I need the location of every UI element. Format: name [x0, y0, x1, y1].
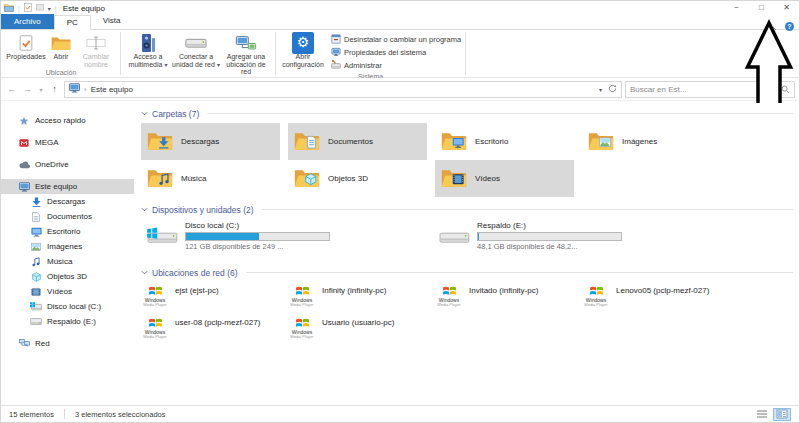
- folder-label: Objetos 3D: [328, 174, 368, 183]
- sidebar-item-m-sica[interactable]: Música: [1, 254, 134, 269]
- qat-customize-caret-icon[interactable]: ▾: [48, 5, 51, 12]
- folder-tile-escritorio[interactable]: Escritorio: [435, 123, 574, 160]
- address-input[interactable]: › Este equipo ▾: [64, 81, 622, 98]
- windows-media-player-icon: WindowsMedia Player: [141, 317, 169, 339]
- map-network-drive-button[interactable]: Conectar a unidad de red ▾: [171, 32, 221, 69]
- folder-label: Descargas: [181, 137, 219, 146]
- music-icon: [30, 257, 42, 267]
- ribbon-collapse-chevron-icon[interactable]: [769, 17, 777, 35]
- sidebar-item-respaldo-e-[interactable]: Respaldo (E:): [1, 314, 134, 329]
- section-header-dispositivos[interactable]: Dispositivos y unidades (2): [141, 203, 797, 216]
- status-bar: 15 elementos 3 elementos seleccionados: [1, 405, 799, 422]
- network-icon: [18, 339, 30, 348]
- help-icon[interactable]: ?: [785, 22, 794, 31]
- folders-grid: DescargasDocumentosEscritorioImágenesMús…: [141, 123, 797, 197]
- forward-icon[interactable]: →: [21, 84, 34, 94]
- drive-tile-disco-local-c-[interactable]: Disco local (C:)121 GB disponibles de 24…: [141, 220, 433, 260]
- sidebar-item-v-deos[interactable]: Vídeos: [1, 284, 134, 299]
- section-header-carpetas[interactable]: Carpetas (7): [141, 107, 797, 120]
- media-access-button[interactable]: Acceso a multimedia ▾: [125, 32, 171, 69]
- search-input[interactable]: Buscar en Est...: [625, 81, 795, 98]
- pc-icon: [69, 83, 80, 95]
- divider: [207, 113, 793, 114]
- open-settings-button[interactable]: ⚙ Abrir configuración: [280, 32, 326, 68]
- system-properties-item[interactable]: Propiedades del sistema: [331, 46, 461, 59]
- network-location-label: ejst (ejst-pc): [175, 285, 219, 307]
- details-view-icon[interactable]: [753, 408, 771, 421]
- address-dropdown-caret-icon[interactable]: ▾: [599, 86, 602, 93]
- section-header-ubicaciones[interactable]: Ubicaciones de red (6): [141, 266, 797, 279]
- qat-properties-icon[interactable]: [24, 3, 32, 14]
- folder-tile-m-sica[interactable]: Música: [141, 160, 280, 197]
- sidebar-item-objetos-3d[interactable]: Objetos 3D: [1, 269, 134, 284]
- folder-tile-documentos[interactable]: Documentos: [288, 123, 427, 160]
- rename-button[interactable]: Cambiar nombre: [76, 32, 116, 68]
- network-location-usuario-usuario-pc-[interactable]: WindowsMedia PlayerUsuario (usuario-pc): [288, 317, 435, 339]
- properties-button[interactable]: Propiedades: [6, 32, 46, 61]
- sidebar-item-escritorio[interactable]: Escritorio: [1, 224, 134, 239]
- close-icon[interactable]: ✕: [774, 1, 799, 14]
- back-icon[interactable]: ←: [5, 84, 18, 94]
- sidebar-item-acceso-r-pido[interactable]: Acceso rápido: [1, 113, 134, 128]
- tab-archivo[interactable]: Archivo: [1, 14, 54, 29]
- manage-item[interactable]: Administrar: [331, 59, 461, 72]
- network-location-lenovo05-pclp-mezf-027-[interactable]: WindowsMedia PlayerLenovo05 (pclp-mezf-0…: [582, 285, 729, 307]
- sidebar-item-im-genes[interactable]: Imágenes: [1, 239, 134, 254]
- divider: [465, 32, 466, 75]
- up-icon[interactable]: ↑: [48, 84, 61, 94]
- network-location-infinity-infinity-pc-[interactable]: WindowsMedia PlayerInfinity (infinity-pc…: [288, 285, 435, 307]
- tab-vista[interactable]: Vista: [91, 14, 133, 29]
- tab-pc[interactable]: PC: [54, 15, 91, 30]
- network-location-invitado-infinity-pc-[interactable]: WindowsMedia PlayerInvitado (infinity-pc…: [435, 285, 582, 307]
- quick-access-toolbar: | ▾ |: [4, 3, 57, 14]
- drive-info: Disco local (C:)121 GB disponibles de 24…: [185, 220, 330, 260]
- ribbon-tabs: Archivo PC Vista: [1, 15, 799, 30]
- folder-tile-descargas[interactable]: Descargas: [141, 123, 280, 160]
- divider: [262, 209, 793, 210]
- windows-media-player-icon: WindowsMedia Player: [435, 285, 463, 307]
- network-location-ejst-ejst-pc-[interactable]: WindowsMedia Playerejst (ejst-pc): [141, 285, 288, 307]
- ribbon-group-red: Acceso a multimedia ▾ Conectar a unidad …: [122, 30, 274, 77]
- sidebar-item-disco-local-c-[interactable]: Disco local (C:): [1, 299, 134, 314]
- folder-tile-objetos-3d[interactable]: Objetos 3D: [288, 160, 427, 197]
- folder-tile-v-deos[interactable]: Vídeos: [435, 160, 574, 197]
- drive-icon: [30, 318, 42, 325]
- folder-downloads-icon: [147, 130, 173, 153]
- divider: |: [18, 5, 20, 12]
- qat-newfolder-icon[interactable]: [36, 3, 44, 13]
- chevron-down-icon: [141, 207, 148, 212]
- sidebar-item-documentos[interactable]: Documentos: [1, 209, 134, 224]
- windows-media-player-icon: WindowsMedia Player: [582, 285, 610, 307]
- minimize-icon[interactable]: −: [724, 1, 749, 14]
- drive-tile-respaldo-e-[interactable]: Respaldo (E:)48,1 GB disponibles de 48,2…: [433, 220, 725, 260]
- sidebar-item-label: Disco local (C:): [47, 302, 101, 311]
- title-bar: | ▾ | Este equipo − □ ✕: [1, 1, 799, 15]
- add-network-location-button[interactable]: Agregar una ubicación de red: [221, 32, 271, 76]
- sidebar-item-mega[interactable]: MEGA: [1, 135, 134, 150]
- sidebar-item-onedrive[interactable]: OneDrive: [1, 157, 134, 172]
- selected-count: 3 elementos seleccionados: [75, 410, 165, 419]
- search-icon[interactable]: [781, 85, 790, 94]
- divider: [64, 409, 65, 419]
- section-title: Carpetas (7): [152, 109, 199, 119]
- maximize-icon[interactable]: □: [749, 1, 774, 14]
- breadcrumb-location[interactable]: Este equipo: [91, 85, 133, 94]
- drive-c-icon: [30, 302, 42, 311]
- drive-label: Respaldo (E:): [477, 221, 622, 230]
- sidebar-item-este-equipo[interactable]: Este equipo: [1, 179, 134, 194]
- recent-locations-caret-icon[interactable]: ▾: [37, 86, 45, 93]
- network-location-user-08-pclp-mezf-027-[interactable]: WindowsMedia Playeruser-08 (pclp-mezf-02…: [141, 317, 288, 339]
- folder-tile-im-genes[interactable]: Imágenes: [582, 123, 721, 160]
- mega-icon: [18, 138, 30, 148]
- thumbnails-view-icon[interactable]: [773, 408, 791, 421]
- downloads-icon: [30, 197, 42, 207]
- open-button[interactable]: Abrir: [46, 32, 76, 61]
- items-count: 15 elementos: [9, 410, 54, 419]
- divider: [275, 32, 276, 75]
- refresh-icon[interactable]: [608, 84, 617, 94]
- sidebar-item-red[interactable]: Red: [1, 336, 134, 351]
- drive-usage-fill: [478, 233, 479, 240]
- sidebar-item-descargas[interactable]: Descargas: [1, 194, 134, 209]
- uninstall-program-item[interactable]: Desinstalar o cambiar un programa: [331, 33, 461, 46]
- network-locations-grid: WindowsMedia Playerejst (ejst-pc)Windows…: [141, 285, 797, 339]
